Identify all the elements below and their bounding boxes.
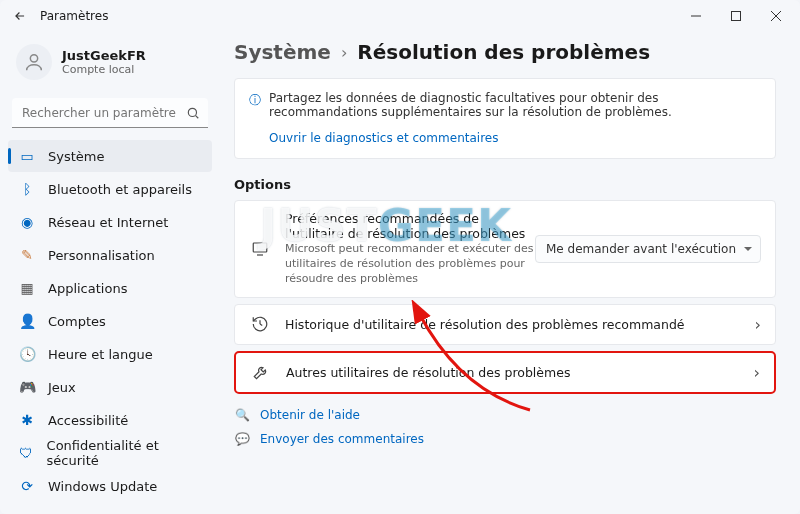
sidebar-item-gaming[interactable]: 🎮Jeux: [8, 371, 212, 403]
history-icon: [249, 315, 271, 333]
sidebar-item-time[interactable]: 🕓Heure et langue: [8, 338, 212, 370]
card-recommended-preferences[interactable]: Préférences recommandées de l'utilitaire…: [234, 200, 776, 298]
shield-icon: 🛡: [18, 444, 35, 462]
sidebar-item-personalization[interactable]: ✎Personnalisation: [8, 239, 212, 271]
sidebar-item-bluetooth[interactable]: ᛒBluetooth et appareils: [8, 173, 212, 205]
accessibility-icon: ✱: [18, 411, 36, 429]
sidebar-item-label: Accessibilité: [48, 413, 128, 428]
update-icon: ⟳: [18, 477, 36, 495]
gamepad-icon: 🎮: [18, 378, 36, 396]
svg-line-6: [196, 116, 199, 119]
window-title: Paramètres: [40, 9, 108, 23]
svg-line-10: [260, 324, 262, 326]
titlebar: Paramètres: [0, 0, 800, 32]
account-name: JustGeekFR: [62, 48, 146, 63]
main-content: Système › Résolution des problèmes ⓘ Par…: [220, 32, 800, 514]
sidebar-item-label: Applications: [48, 281, 127, 296]
breadcrumb-parent[interactable]: Système: [234, 40, 331, 64]
prefs-dropdown[interactable]: Me demander avant l'exécution: [535, 235, 761, 263]
sidebar: JustGeekFR Compte local ▭Système ᛒBlueto…: [0, 32, 220, 514]
clock-icon: 🕓: [18, 345, 36, 363]
card-history[interactable]: Historique d'utilitaire de résolution de…: [234, 304, 776, 345]
help-icon: 🔍: [234, 408, 250, 422]
sidebar-item-accounts[interactable]: 👤Comptes: [8, 305, 212, 337]
wifi-icon: ◉: [18, 213, 36, 231]
sidebar-item-privacy[interactable]: 🛡Confidentialité et sécurité: [8, 437, 212, 469]
chevron-right-icon: ›: [755, 315, 761, 334]
apps-icon: ▦: [18, 279, 36, 297]
svg-point-5: [188, 108, 196, 116]
minimize-button[interactable]: [676, 0, 716, 32]
chevron-right-icon: ›: [754, 363, 760, 382]
card-title: Historique d'utilitaire de résolution de…: [285, 317, 745, 332]
bluetooth-icon: ᛒ: [18, 180, 36, 198]
svg-rect-1: [732, 12, 741, 21]
help-label: Obtenir de l'aide: [260, 408, 360, 422]
svg-rect-7: [253, 243, 267, 252]
sidebar-item-network[interactable]: ◉Réseau et Internet: [8, 206, 212, 238]
person-icon: 👤: [18, 312, 36, 330]
page-title: Résolution des problèmes: [357, 40, 650, 64]
svg-point-4: [30, 55, 37, 62]
chevron-right-icon: ›: [341, 43, 347, 62]
card-title: Autres utilitaires de résolution des pro…: [286, 365, 744, 380]
sidebar-item-label: Réseau et Internet: [48, 215, 168, 230]
card-title: Préférences recommandées de l'utilitaire…: [285, 211, 535, 241]
brush-icon: ✎: [18, 246, 36, 264]
sidebar-item-label: Heure et langue: [48, 347, 153, 362]
sidebar-item-update[interactable]: ⟳Windows Update: [8, 470, 212, 502]
nav-list: ▭Système ᛒBluetooth et appareils ◉Réseau…: [8, 140, 212, 502]
account-subtitle: Compte local: [62, 63, 146, 76]
card-other-troubleshooters[interactable]: Autres utilitaires de résolution des pro…: [234, 351, 776, 394]
back-button[interactable]: [4, 0, 36, 32]
section-title: Options: [234, 177, 776, 192]
sidebar-item-label: Système: [48, 149, 104, 164]
sidebar-item-label: Bluetooth et appareils: [48, 182, 192, 197]
feedback-label: Envoyer des commentaires: [260, 432, 424, 446]
maximize-button[interactable]: [716, 0, 756, 32]
open-diagnostics-link[interactable]: Ouvrir le diagnostics et commentaires: [269, 131, 498, 145]
info-banner: ⓘ Partagez les données de diagnostic fac…: [234, 78, 776, 159]
sidebar-item-label: Jeux: [48, 380, 76, 395]
card-subtitle: Microsoft peut recommander et exécuter d…: [285, 242, 535, 287]
get-help-link[interactable]: 🔍Obtenir de l'aide: [234, 408, 776, 422]
search-input[interactable]: [12, 98, 208, 128]
send-feedback-link[interactable]: 💬Envoyer des commentaires: [234, 432, 776, 446]
system-icon: ▭: [18, 147, 36, 165]
wrench-icon: [250, 363, 272, 381]
search-box[interactable]: [12, 98, 208, 128]
sidebar-item-apps[interactable]: ▦Applications: [8, 272, 212, 304]
sidebar-item-label: Confidentialité et sécurité: [47, 438, 202, 468]
search-icon: [186, 105, 200, 124]
account-block[interactable]: JustGeekFR Compte local: [8, 38, 212, 86]
close-button[interactable]: [756, 0, 796, 32]
sidebar-item-label: Windows Update: [48, 479, 157, 494]
monitor-icon: [249, 240, 271, 258]
feedback-icon: 💬: [234, 432, 250, 446]
info-text: Partagez les données de diagnostic facul…: [269, 91, 761, 119]
sidebar-item-accessibility[interactable]: ✱Accessibilité: [8, 404, 212, 436]
info-icon: ⓘ: [249, 92, 261, 119]
avatar: [16, 44, 52, 80]
breadcrumb: Système › Résolution des problèmes: [234, 40, 776, 64]
help-links: 🔍Obtenir de l'aide 💬Envoyer des commenta…: [234, 408, 776, 446]
sidebar-item-label: Personnalisation: [48, 248, 155, 263]
sidebar-item-label: Comptes: [48, 314, 106, 329]
sidebar-item-system[interactable]: ▭Système: [8, 140, 212, 172]
